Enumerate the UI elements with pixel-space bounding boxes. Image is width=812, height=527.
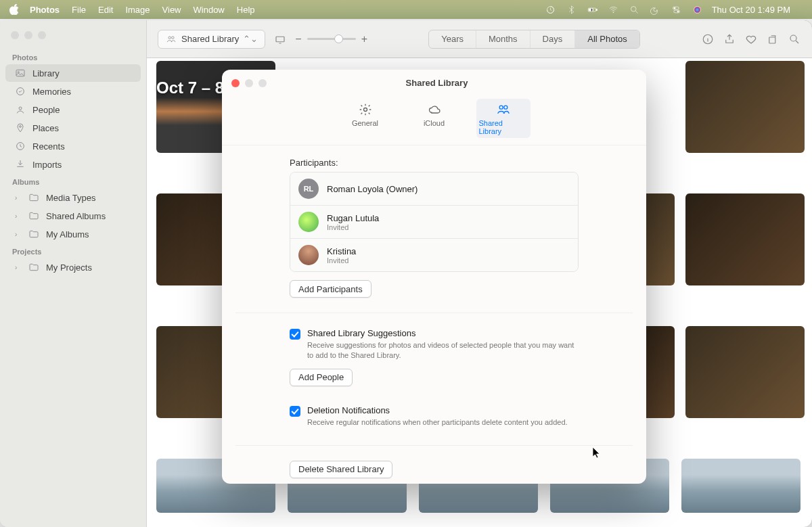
- folder-icon: [28, 229, 39, 239]
- sidebar-item-media-types[interactable]: ›Media Types: [5, 189, 141, 206]
- menu-view[interactable]: View: [162, 5, 181, 15]
- search-button[interactable]: [788, 32, 801, 46]
- chevron-updown-icon: ⌃⌄: [243, 34, 258, 44]
- avatar: [298, 245, 319, 265]
- tab-label: Shared Library: [479, 119, 528, 135]
- tab-general[interactable]: General: [338, 99, 392, 138]
- menu-file[interactable]: File: [72, 5, 86, 15]
- chevron-right-icon: ›: [15, 194, 22, 202]
- menubar-datetime[interactable]: Thu Oct 20 1:49 PM: [712, 5, 790, 15]
- option-description: Receive regular notifications when other…: [307, 417, 568, 428]
- sidebar-item-recents[interactable]: Recents: [5, 137, 141, 155]
- focus-icon[interactable]: [650, 5, 660, 15]
- menu-edit[interactable]: Edit: [98, 5, 113, 15]
- checkbox-checked[interactable]: [290, 406, 300, 417]
- seg-days[interactable]: Days: [531, 30, 576, 48]
- view-segmented-control[interactable]: Years Months Days All Photos: [428, 30, 640, 49]
- cursor-icon: [592, 446, 602, 459]
- spotlight-icon[interactable]: [629, 5, 639, 15]
- sidebar-item-shared-albums[interactable]: ›Shared Albums: [5, 207, 141, 225]
- photo-thumbnail[interactable]: [685, 193, 805, 285]
- battery-icon[interactable]: [587, 5, 597, 15]
- add-participants-button[interactable]: Add Participants: [290, 280, 371, 298]
- sidebar-item-label: Library: [32, 68, 60, 78]
- svg-point-22: [790, 35, 796, 41]
- photo-thumbnail[interactable]: [681, 459, 800, 513]
- seg-years[interactable]: Years: [429, 30, 476, 48]
- slider-thumb[interactable]: [334, 35, 343, 43]
- sidebar: Photos Library Memories People Places Re…: [0, 20, 147, 527]
- photo-thumbnail[interactable]: [685, 326, 805, 418]
- seg-all-photos[interactable]: All Photos: [575, 30, 639, 48]
- apple-logo-icon[interactable]: [9, 4, 20, 15]
- svg-point-9: [677, 10, 679, 12]
- menu-help[interactable]: Help: [237, 5, 255, 15]
- suggestions-option[interactable]: Shared Library Suggestions Receive sugge…: [290, 328, 579, 361]
- photo-icon: [15, 68, 26, 78]
- library-switcher-label: Shared Library: [181, 34, 239, 44]
- sidebar-item-places[interactable]: Places: [5, 119, 141, 137]
- rotate-button[interactable]: [766, 32, 780, 46]
- menubar: Photos File Edit Image View Window Help …: [0, 0, 812, 19]
- sidebar-item-my-albums[interactable]: ›My Albums: [5, 225, 141, 243]
- cloud-icon: [427, 103, 442, 116]
- sidebar-item-label: Shared Albums: [46, 211, 106, 221]
- participant-name: Rugan Lutula: [327, 213, 379, 223]
- slider-track[interactable]: [307, 38, 356, 40]
- sidebar-item-memories[interactable]: Memories: [5, 83, 141, 100]
- deletion-option[interactable]: Deletion Notifications Receive regular n…: [290, 405, 579, 428]
- app-name[interactable]: Photos: [30, 5, 60, 15]
- people-icon: [496, 103, 511, 116]
- sidebar-item-label: My Albums: [46, 229, 89, 239]
- svg-rect-3: [596, 9, 597, 11]
- tab-icloud[interactable]: iCloud: [407, 99, 461, 138]
- sheet-tabs: General iCloud Shared Library: [222, 96, 646, 145]
- add-people-button[interactable]: Add People: [290, 369, 353, 386]
- sidebar-section-albums: Albums: [0, 176, 146, 188]
- avatar: [298, 212, 319, 232]
- toolbar: Shared Library ⌃⌄ − + Years Months Days …: [147, 20, 812, 58]
- photo-thumbnail[interactable]: [685, 61, 805, 153]
- share-button[interactable]: [723, 32, 736, 46]
- tab-label: General: [352, 119, 378, 127]
- sidebar-item-imports[interactable]: Imports: [5, 156, 141, 173]
- sidebar-item-label: Recents: [32, 141, 65, 152]
- tab-shared-library[interactable]: Shared Library: [476, 99, 531, 138]
- close-dot[interactable]: [11, 31, 19, 39]
- sidebar-item-people[interactable]: People: [5, 101, 141, 118]
- sidebar-item-my-projects[interactable]: ›My Projects: [5, 258, 141, 276]
- info-button[interactable]: [701, 32, 715, 46]
- participant-row[interactable]: Rugan LutulaInvited: [290, 206, 578, 239]
- minimize-dot[interactable]: [24, 31, 32, 39]
- sidebar-section-photos: Photos: [0, 51, 146, 64]
- participant-status: Invited: [327, 223, 379, 231]
- timemachine-icon[interactable]: [545, 5, 556, 15]
- delete-shared-library-button[interactable]: Delete Shared Library: [290, 461, 392, 478]
- zoom-slider[interactable]: − +: [295, 33, 367, 45]
- memories-icon: [15, 86, 26, 97]
- svg-point-14: [19, 107, 22, 110]
- avatar: RL: [298, 179, 319, 199]
- control-center-icon[interactable]: [671, 5, 681, 15]
- window-controls: [0, 24, 146, 49]
- zoom-dot[interactable]: [38, 31, 46, 39]
- seg-months[interactable]: Months: [476, 30, 531, 48]
- checkbox-checked[interactable]: [290, 329, 300, 340]
- participant-row[interactable]: RL Roman Loyola (Owner): [290, 173, 578, 206]
- option-description: Receive suggestions for photos and video…: [307, 340, 578, 361]
- favorite-button[interactable]: [744, 32, 758, 46]
- siri-icon[interactable]: [692, 5, 702, 15]
- menu-window[interactable]: Window: [194, 5, 225, 15]
- aspect-button[interactable]: [273, 32, 287, 46]
- bluetooth-icon[interactable]: [566, 5, 577, 15]
- participant-row[interactable]: KristinaInvited: [290, 239, 578, 271]
- zoom-in-icon[interactable]: +: [361, 33, 367, 45]
- people-icon: [165, 35, 177, 44]
- sidebar-item-library[interactable]: Library: [5, 64, 141, 82]
- svg-rect-21: [769, 37, 775, 43]
- wifi-icon[interactable]: [608, 5, 618, 15]
- library-switcher-button[interactable]: Shared Library ⌃⌄: [158, 30, 265, 49]
- menu-image[interactable]: Image: [125, 5, 150, 15]
- svg-point-15: [20, 126, 22, 128]
- zoom-out-icon[interactable]: −: [295, 33, 301, 45]
